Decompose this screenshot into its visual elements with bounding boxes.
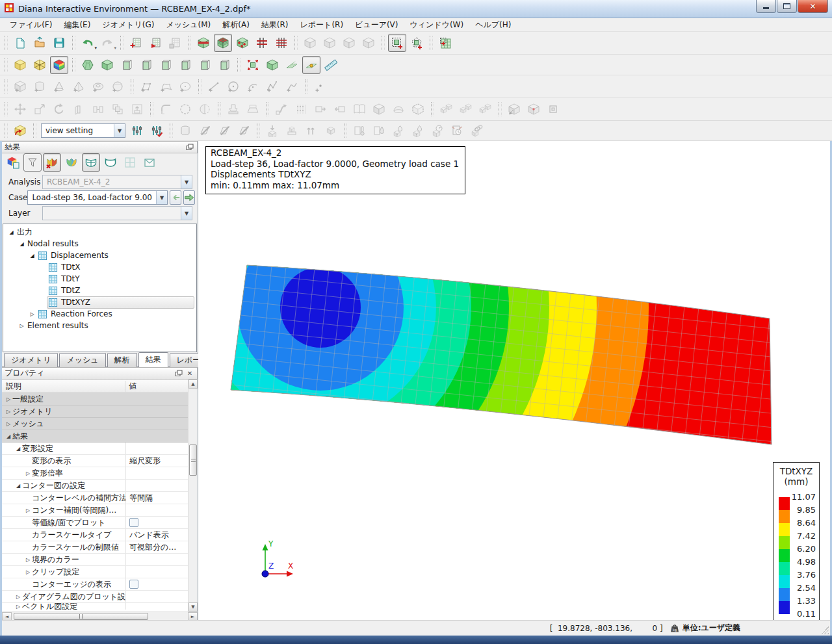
display-contour-button[interactable] (50, 56, 68, 74)
array-copy-tool-button[interactable] (109, 100, 127, 118)
tree-item-tdtx[interactable]: TDtX (3, 261, 196, 273)
description-column-header[interactable]: 説明 (2, 381, 125, 392)
support-tool-button[interactable] (283, 122, 301, 140)
property-row-結果[interactable]: ◢結果 (2, 430, 188, 443)
clip-cylinder-button[interactable] (176, 122, 194, 140)
show-deformed-mesh-button[interactable] (82, 153, 100, 172)
expand-icon[interactable]: ▷ (5, 421, 12, 427)
add-spline-button[interactable] (283, 77, 301, 96)
reinforcement-grid-button[interactable] (253, 34, 271, 52)
flatten-tool-button[interactable] (244, 100, 262, 118)
menu-item-8[interactable]: ウィンドウ(W) (404, 18, 470, 32)
checkbox-unchecked[interactable] (129, 580, 138, 589)
add-pyramid-button[interactable] (70, 77, 88, 96)
expand-icon[interactable]: ▷ (24, 508, 32, 513)
property-row-カラースケールタイプ[interactable]: カラースケールタイプバンド表示 (2, 529, 188, 541)
reinforcement-grid-dense-button[interactable] (272, 34, 291, 52)
add-box-button[interactable] (11, 77, 29, 96)
bounding-box-tool-button[interactable] (128, 100, 146, 118)
vertex-highlight-button[interactable] (525, 100, 543, 118)
resize-grip[interactable] (821, 626, 829, 634)
fire-load-2-button[interactable] (409, 122, 427, 140)
property-value[interactable]: 可視部分の… (129, 542, 176, 553)
add-sheet-button[interactable] (137, 77, 155, 96)
view-left-button[interactable] (196, 56, 214, 74)
property-row-クリップ設定[interactable]: ▷クリップ設定 (2, 566, 188, 578)
dome-tool-button[interactable] (389, 100, 408, 118)
menu-item-1[interactable]: 編集(E) (58, 18, 96, 32)
display-solid-button[interactable] (11, 56, 29, 74)
property-row-境界のカラー[interactable]: ▷境界のカラー (2, 554, 188, 566)
spring-tool-button[interactable] (302, 122, 320, 140)
open-project-button[interactable] (31, 34, 49, 52)
tab-メッシュ[interactable]: メッシュ (59, 353, 105, 367)
property-row-ダイアグラム図のプロット設定[interactable]: ▷ダイアグラム図のプロット設定 (2, 591, 188, 603)
rotate-tool-button[interactable] (50, 100, 68, 118)
show-grid-button[interactable] (121, 153, 139, 172)
redraw-button[interactable] (11, 122, 29, 140)
sweep-tool-button[interactable] (272, 100, 291, 118)
clip-plane-2-button[interactable] (215, 122, 233, 140)
tab-結果[interactable]: 結果 (138, 352, 168, 367)
analysis-select[interactable]: RCBEAM_EX-4_2 ▼ (42, 175, 192, 189)
collapse-icon[interactable]: ◢ (7, 229, 16, 235)
property-row-ベクトル図設定[interactable]: ▷ベクトル図設定 (2, 603, 188, 610)
combine-intersect-button[interactable] (476, 100, 495, 118)
close-panel-icon[interactable]: ✕ (185, 370, 194, 378)
view-back-button[interactable] (137, 56, 155, 74)
add-circle-button[interactable] (224, 77, 242, 96)
collapse-icon[interactable]: ◢ (5, 433, 12, 439)
expand-icon[interactable]: ▷ (5, 396, 12, 402)
property-row-コンター図の設定[interactable]: ◢コンター図の設定 (2, 480, 188, 492)
case-select[interactable]: Load-step 36, Load-factor 9.00 ▼ (27, 190, 168, 205)
display-filter-apply-button[interactable] (148, 122, 166, 140)
redo-button[interactable]: ▾ (98, 34, 116, 52)
tree-item-nodal-results[interactable]: ◢Nodal results (3, 238, 196, 250)
tree-item-element-results[interactable]: ▷Element results (3, 320, 196, 331)
property-row-変形設定[interactable]: ◢変形設定 (2, 443, 188, 455)
tab-解析[interactable]: 解析 (107, 353, 137, 367)
properties-vertical-scrollbar[interactable]: ▲ ▼ (188, 380, 198, 612)
expand-icon[interactable]: ▷ (24, 470, 32, 476)
imprint-tool-button[interactable] (224, 100, 242, 118)
hollow-tool-button[interactable] (409, 100, 427, 118)
checkbox-unchecked[interactable] (129, 518, 138, 527)
expand-icon[interactable]: ▷ (24, 557, 32, 563)
result-plot-button[interactable] (62, 153, 81, 172)
move-tool-button[interactable] (11, 100, 29, 118)
add-line-button[interactable] (205, 77, 223, 96)
add-torus-button[interactable] (89, 77, 107, 96)
tree-item-tdtz[interactable]: TDtZ (3, 285, 196, 296)
display-wireframe-button[interactable] (31, 56, 49, 74)
menu-item-2[interactable]: ジオメトリ(G) (96, 18, 160, 32)
view-top-button[interactable] (157, 56, 175, 74)
display-filter-button[interactable] (128, 122, 146, 140)
analysis-sheet-button[interactable] (166, 34, 184, 52)
menu-item-0[interactable]: ファイル(F) (4, 18, 58, 32)
add-circular-sheet-button[interactable] (176, 77, 194, 96)
chamfer-tool-button[interactable] (176, 100, 194, 118)
tree-item-tdtxyz[interactable]: TDtXYZ (3, 296, 196, 308)
save-project-button[interactable] (50, 34, 68, 52)
menu-item-4[interactable]: 解析(A) (216, 18, 255, 32)
fillet-tool-button[interactable] (157, 100, 175, 118)
view-isometric-button[interactable] (79, 56, 97, 74)
solid-tool-4-button[interactable] (359, 34, 378, 52)
mesh-divisions-button[interactable] (194, 34, 213, 52)
link-constraint-button[interactable] (467, 122, 486, 140)
view-front-button[interactable] (118, 56, 136, 74)
filter-results-button[interactable] (23, 153, 42, 172)
extend-right-tool-button[interactable] (311, 100, 330, 118)
show-envelope-button[interactable] (140, 153, 159, 172)
property-row-コンターレベルの補間方法[interactable]: コンターレベルの補間方法等間隔 (2, 492, 188, 504)
clip-plane-3-button[interactable] (235, 122, 253, 140)
tree-item-tdty[interactable]: TDtY (3, 273, 196, 285)
undo-button[interactable]: ▾ (79, 34, 97, 52)
extrude-tool-button[interactable] (370, 100, 388, 118)
property-row-等価線/面でプロット[interactable]: 等価線/面でプロット (2, 517, 188, 529)
time-transfer-button[interactable] (448, 122, 466, 140)
zoom-fit-button[interactable] (244, 56, 262, 74)
view-right-button[interactable] (215, 56, 233, 74)
property-value[interactable]: 等間隔 (129, 493, 153, 504)
float-panel-icon[interactable] (185, 144, 194, 151)
